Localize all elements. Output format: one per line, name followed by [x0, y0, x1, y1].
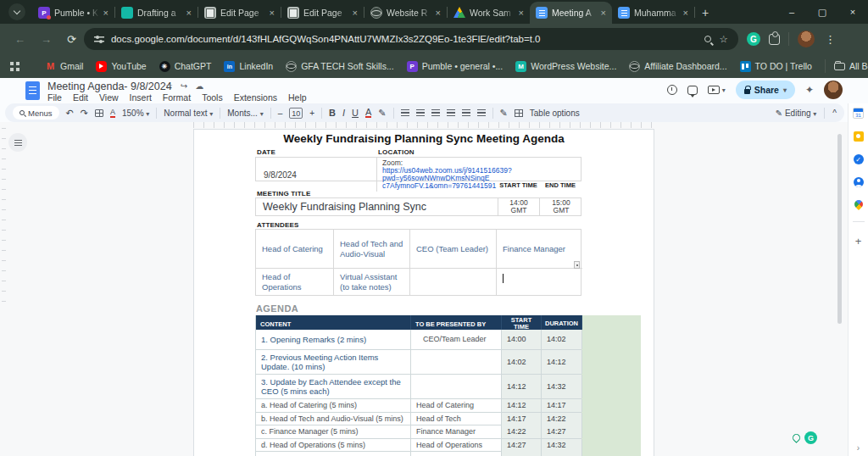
keep-icon[interactable] — [854, 131, 864, 142]
grammarly-icon[interactable]: G — [804, 431, 817, 444]
agenda-row[interactable]: 4. A.O.B (5 mins) 14: 32 14:38 — [256, 452, 581, 456]
browser-menu-icon[interactable]: ⋮ — [823, 33, 837, 46]
paint-format-icon[interactable]: A — [110, 108, 115, 118]
font-size-increase[interactable]: + — [309, 108, 314, 118]
collapse-toolbar-button[interactable]: ^ — [832, 108, 837, 118]
attendees-label[interactable]: ATTENDEES — [257, 221, 299, 229]
table-options-button[interactable]: Table options — [530, 108, 580, 118]
close-tab-icon[interactable]: × — [683, 8, 688, 18]
agenda-duration-cell[interactable]: 14:27 — [542, 425, 582, 438]
menus-search-button[interactable]: Menus — [13, 106, 59, 120]
bookmark-affiliate[interactable]: Affiliate Dashboard... — [629, 61, 726, 72]
end-time-cell[interactable]: 15:00 GMT — [540, 198, 582, 215]
tasks-icon[interactable]: ✓ — [854, 154, 864, 164]
date-location-table[interactable]: 9/8/2024 Zoom: https://us04web.zoom.us/j… — [255, 157, 581, 181]
date-label[interactable]: DATE — [257, 148, 275, 156]
close-window-button[interactable]: × — [837, 0, 868, 24]
close-tab-icon[interactable]: × — [519, 8, 524, 18]
agenda-presenter-cell[interactable]: Finance Manager — [411, 425, 502, 438]
agenda-start-cell[interactable]: 14:00 — [502, 330, 542, 349]
reload-button[interactable]: ⟳ — [59, 33, 84, 46]
vertical-ruler[interactable] — [2, 128, 6, 306]
zoom-icon[interactable] — [704, 36, 711, 42]
numbered-list-icon[interactable] — [462, 109, 470, 117]
back-button[interactable]: ← — [7, 33, 33, 46]
bookmark-gmail[interactable]: MGmail — [45, 61, 83, 72]
attendees-table[interactable]: Head of Catering Head of Tech and Audio-… — [255, 229, 581, 296]
styles-select[interactable]: Normal text ▾ — [164, 108, 213, 118]
agenda-duration-cell[interactable]: 14:32 — [542, 375, 582, 398]
account-avatar[interactable] — [824, 81, 843, 99]
horizontal-ruler[interactable] — [193, 122, 654, 128]
move-folder-icon[interactable]: ↪ — [181, 81, 187, 91]
agenda-start-cell[interactable]: 14:17 — [502, 413, 542, 425]
menu-view[interactable]: View — [99, 92, 119, 103]
meeting-title-cell[interactable]: Weekly Fundraising Planning Sync — [256, 198, 498, 215]
agenda-content-cell[interactable]: 3. Update by Each Attendee except the CE… — [256, 375, 411, 398]
font-size-decrease[interactable]: – — [278, 108, 283, 118]
tab-edit-page-2[interactable]: Edit Page × — [281, 2, 364, 24]
bookmark-trello[interactable]: TO DO | Trello — [740, 61, 812, 72]
align-icon[interactable] — [401, 109, 409, 117]
agenda-duration-cell[interactable]: 14:17 — [542, 399, 582, 412]
new-tab-button[interactable]: + — [702, 6, 709, 19]
tab-drafting[interactable]: Drafting a × — [115, 2, 198, 24]
date-cell[interactable]: 9/8/2024 — [256, 158, 377, 192]
menu-extensions[interactable]: Extensions — [234, 92, 277, 103]
document-page[interactable]: Weekly Fundraising Planning Sync Meeting… — [193, 129, 654, 456]
tab-work-samples[interactable]: Work Sam × — [448, 2, 530, 24]
menu-edit[interactable]: Edit — [73, 92, 88, 103]
agenda-row[interactable]: a. Head of Catering (5 mins) Head of Cat… — [256, 399, 581, 413]
agenda-row[interactable]: 1. Opening Remarks (2 mins) CEO/Team Lea… — [256, 330, 581, 350]
agenda-content-cell[interactable]: a. Head of Catering (5 mins) — [256, 399, 411, 412]
agenda-row[interactable]: c. Finance Manager (5 mins) Finance Mana… — [256, 425, 581, 439]
maximize-button[interactable]: ▢ — [807, 0, 837, 24]
attendee-cell[interactable]: Head of Operations — [256, 269, 334, 295]
checklist-icon[interactable] — [431, 109, 440, 117]
meeting-title-table[interactable]: Weekly Fundraising Planning Sync 14:00 G… — [255, 197, 581, 216]
doc-heading[interactable]: Weekly Fundraising Planning Sync Meeting… — [194, 132, 654, 145]
contacts-icon[interactable] — [854, 177, 864, 187]
agenda-start-cell[interactable]: 14:22 — [502, 425, 542, 438]
bookmark-star-icon[interactable]: ☆ — [720, 33, 728, 45]
address-bar[interactable]: docs.google.com/document/d/143fHLAfGQWqS… — [84, 28, 738, 50]
font-size-input[interactable]: 10 — [289, 108, 303, 119]
url-text[interactable]: docs.google.com/document/d/143fHLAfGQWqS… — [111, 34, 698, 44]
grammarly-widget[interactable]: G — [793, 431, 817, 444]
agenda-label[interactable]: AGENDA — [256, 303, 298, 314]
calendar-icon[interactable] — [853, 108, 864, 119]
share-button[interactable]: Share ▾ — [736, 81, 795, 99]
attendee-cell[interactable] — [410, 269, 497, 295]
agenda-presenter-cell[interactable]: CEO/Team Leader — [411, 330, 502, 349]
show-outline-button[interactable] — [8, 133, 27, 152]
indent-icon[interactable] — [477, 109, 486, 117]
location-label[interactable]: LOCATION — [378, 148, 415, 156]
google-docs-logo-icon[interactable] — [25, 81, 40, 100]
agenda-content-cell[interactable]: 4. A.O.B (5 mins) — [256, 452, 411, 456]
bulleted-list-icon[interactable] — [447, 109, 455, 117]
agenda-start-cell[interactable]: 14:02 — [502, 350, 542, 374]
agenda-presenter-cell[interactable] — [411, 375, 502, 398]
agenda-presenter-cell[interactable]: Head of Catering — [411, 399, 502, 412]
agenda-duration-cell[interactable]: 14:12 — [542, 350, 582, 374]
minimize-button[interactable]: – — [776, 0, 807, 24]
bookmark-gfa-tech[interactable]: GFA TECH Soft Skills... — [286, 61, 394, 72]
tab-muhammad[interactable]: Muhamma × — [612, 2, 694, 24]
apps-grid-icon[interactable] — [10, 62, 19, 71]
tab-meeting-agenda-active[interactable]: Meeting A × — [530, 2, 612, 24]
font-select[interactable]: Monts... ▾ — [227, 108, 263, 118]
attendee-cell[interactable]: CEO (Team Leader) — [410, 230, 497, 269]
agenda-start-cell[interactable]: 14:12 — [502, 375, 542, 398]
close-tab-icon[interactable]: × — [270, 8, 275, 18]
print-icon[interactable] — [95, 109, 103, 117]
version-history-icon[interactable] — [667, 85, 677, 95]
menu-help[interactable]: Help — [288, 92, 307, 103]
zoom-select[interactable]: 150% ▾ — [122, 108, 149, 118]
tab-pumble[interactable]: P Pumble • K × — [32, 2, 114, 24]
undo-button[interactable]: ↶ — [66, 108, 74, 119]
menu-format[interactable]: Format — [163, 92, 191, 103]
redo-button[interactable]: ↷ — [81, 108, 88, 119]
attendee-cell[interactable]: Head of Tech and Audio-Visual — [334, 230, 410, 269]
gemini-sparkle-icon[interactable]: ✦ — [805, 84, 814, 96]
tab-website[interactable]: Website R × — [364, 2, 447, 24]
